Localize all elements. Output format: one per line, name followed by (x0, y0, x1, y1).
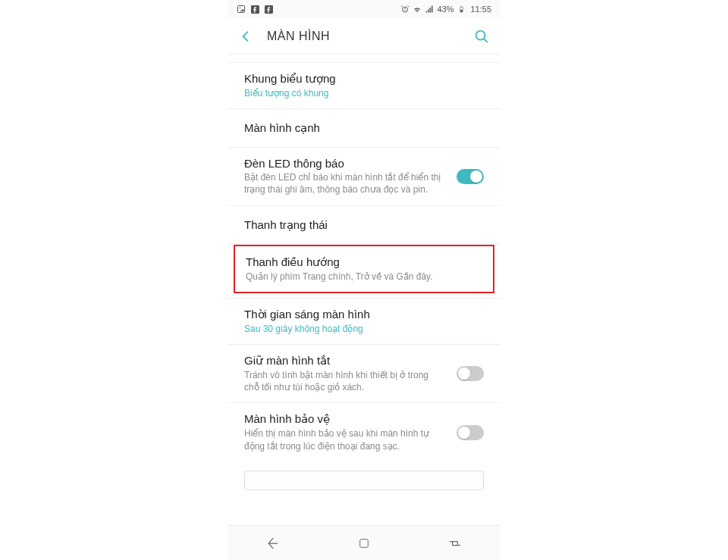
nav-back-button[interactable] (250, 532, 296, 555)
settings-list: Khung biểu tượng Biểu tượng có khung Màn… (228, 55, 500, 525)
setting-title: Giữ màn hình tắt (244, 354, 444, 368)
phone-frame: 43% 11:55 MÀN HÌNH Khung biểu tượng Biểu… (228, 0, 500, 560)
setting-subtitle: Biểu tượng có khung (244, 87, 484, 99)
status-bar-left (237, 5, 273, 14)
setting-subtitle: Hiển thị màn hình bảo vệ sau khi màn hìn… (244, 427, 444, 452)
setting-keep-screen-off[interactable]: Giữ màn hình tắt Tránh vô tình bật màn h… (228, 345, 500, 403)
app-header: MÀN HÌNH (228, 18, 500, 55)
nav-home-button[interactable] (341, 532, 387, 555)
setting-title: Thanh điều hướng (246, 255, 482, 269)
svg-rect-10 (360, 539, 369, 547)
screen-saver-toggle[interactable] (457, 425, 484, 440)
svg-line-9 (484, 38, 487, 41)
setting-subtitle: Quản lý phím Trang chính, Trở về và Gần … (246, 271, 482, 283)
battery-icon (457, 5, 466, 14)
page-title: MÀN HÌNH (267, 30, 473, 43)
svg-rect-7 (460, 9, 463, 11)
facebook-icon (264, 5, 273, 14)
back-button[interactable] (238, 29, 253, 44)
setting-title: Thời gian sáng màn hình (244, 308, 484, 321)
svg-rect-6 (461, 6, 463, 7)
setting-icon-frame[interactable]: Khung biểu tượng Biểu tượng có khung (228, 63, 500, 109)
truncated-item-top[interactable] (228, 55, 500, 63)
setting-title: Màn hình cạnh (244, 121, 484, 135)
nav-recents-button[interactable] (432, 532, 478, 555)
facebook-icon (250, 5, 259, 14)
status-bar: 43% 11:55 (228, 0, 500, 18)
setting-title: Thanh trạng thái (244, 218, 484, 232)
search-button[interactable] (473, 28, 490, 45)
led-indicator-toggle[interactable] (457, 169, 484, 184)
highlight-navigation-bar: Thanh điều hướng Quản lý phím Trang chín… (234, 245, 494, 293)
svg-point-1 (240, 8, 241, 9)
setting-title: Màn hình bảo vệ (244, 412, 444, 426)
setting-edge-screen[interactable]: Màn hình cạnh (228, 109, 500, 148)
setting-status-bar[interactable]: Thanh trạng thái (228, 206, 500, 245)
setting-subtitle: Bật đèn LED chỉ báo khi màn hình tắt để … (244, 171, 444, 196)
setting-led-indicator[interactable]: Đèn LED thông báo Bật đèn LED chỉ báo kh… (228, 148, 500, 205)
partial-item-bottom[interactable] (244, 471, 484, 490)
setting-navigation-bar[interactable]: Thanh điều hướng Quản lý phím Trang chín… (235, 246, 493, 292)
battery-percentage: 43% (437, 5, 453, 14)
setting-screen-saver[interactable]: Màn hình bảo vệ Hiển thị màn hình bảo vệ… (228, 403, 500, 461)
status-bar-right: 43% 11:55 (400, 5, 491, 14)
setting-title: Khung biểu tượng (244, 72, 484, 86)
signal-icon (425, 5, 434, 14)
setting-screen-timeout[interactable]: Thời gian sáng màn hình Sau 30 giây khôn… (228, 299, 500, 345)
system-nav-bar (228, 525, 500, 560)
keep-screen-off-toggle[interactable] (457, 366, 484, 381)
alarm-icon (400, 5, 410, 14)
image-icon (237, 5, 246, 14)
clock-time: 11:55 (470, 5, 491, 14)
setting-subtitle: Tránh vô tình bật màn hình khi thiết bị … (244, 369, 444, 393)
setting-subtitle: Sau 30 giây không hoạt động (244, 323, 484, 335)
wifi-icon (413, 5, 422, 14)
setting-title: Đèn LED thông báo (244, 157, 444, 170)
